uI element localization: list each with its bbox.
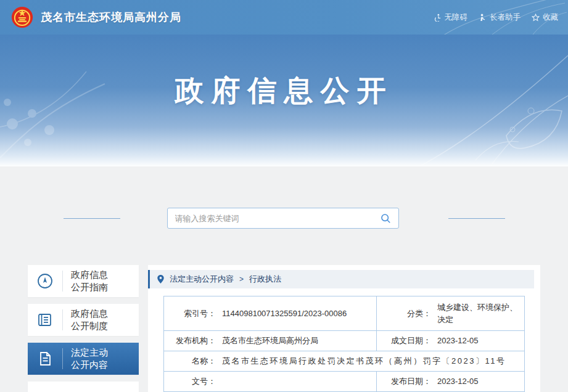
table-row-name: 名称： 茂名市生态环境局行政处罚决定书茂环（高州）罚字〔2023〕11号 — [164, 351, 524, 371]
breadcrumb-current: 行政执法 — [249, 274, 281, 285]
document-name-value: 茂名市生态环境局行政处罚决定书茂环（高州）罚字〔2023〕11号 — [222, 355, 511, 367]
page-banner: 政府信息公开 — [0, 35, 568, 166]
sidebar-label-line1: 政府信息 — [71, 308, 108, 320]
sidebar-divider — [62, 271, 63, 292]
sidebar-label-line1: 政府信息 — [71, 269, 108, 281]
index-number-cell: 索引号： 114409810071325591/2023-00086 — [164, 296, 376, 330]
decorative-line-left — [64, 218, 120, 219]
document-name-label: 名称： — [164, 356, 216, 367]
sidebar-label-line1: 法定主动 — [71, 346, 108, 359]
written-date-value: 2023-12-05 — [437, 335, 484, 347]
search-button[interactable] — [381, 213, 391, 224]
publish-date-cell: 发布日期： 2023-12-05 — [376, 372, 524, 391]
category-value: 城乡建设、环境保护、决定 — [437, 301, 524, 325]
document-icon — [28, 350, 62, 367]
table-row-docnumber-publishdate: 文号： 发布日期： 2023-12-05 — [164, 371, 524, 391]
decorative-line-right — [448, 218, 505, 219]
sidebar-label-line2: 公开指南 — [71, 281, 108, 293]
index-number-value: 114409810071325591/2023-00086 — [222, 308, 352, 320]
sidebar-divider — [62, 309, 63, 330]
document-name-cell: 名称： 茂名市生态环境局行政处罚决定书茂环（高州）罚字〔2023〕11号 — [164, 351, 524, 371]
top-header-bar: 茂名市生态环境局高州分局 无障碍 长者助手 — [0, 0, 568, 35]
search-input[interactable] — [175, 214, 381, 223]
sidebar-item-label: 法定主动 公开内容 — [71, 346, 108, 371]
sidebar-item-disclosure-guide[interactable]: 政府信息 公开指南 — [28, 265, 139, 297]
page: 茂名市生态环境局高州分局 无障碍 长者助手 — [0, 0, 568, 392]
sidebar-item-label: 政府信息 公开指南 — [71, 269, 108, 293]
category-label: 分类： — [377, 308, 431, 319]
table-row-agency-date: 发布机构： 茂名市生态环境局高州分局 成文日期： 2023-12-05 — [164, 330, 524, 351]
search-box — [167, 208, 399, 229]
breadcrumb-parent[interactable]: 法定主动公开内容 — [170, 274, 234, 285]
site-title: 茂名市生态环境局高州分局 — [41, 10, 181, 25]
index-number-label: 索引号： — [164, 308, 216, 319]
publishing-agency-label: 发布机构： — [164, 335, 216, 346]
sidebar-divider — [62, 348, 63, 369]
search-row — [0, 207, 568, 229]
national-emblem-logo — [11, 6, 33, 28]
publish-date-value: 2023-12-05 — [437, 375, 484, 388]
publishing-agency-value: 茂名市生态环境局高州分局 — [222, 335, 323, 347]
publishing-agency-cell: 发布机构： 茂名市生态环境局高州分局 — [164, 331, 376, 351]
sidebar-item-partial[interactable] — [28, 382, 139, 392]
search-icon — [381, 213, 391, 224]
sidebar-item-label: 政府信息 公开制度 — [71, 308, 108, 332]
banner-title: 政府信息公开 — [0, 71, 568, 110]
table-row-index-category: 索引号： 114409810071325591/2023-00086 分类： 城… — [164, 296, 524, 330]
sidebar-item-disclosure-system[interactable]: 政府信息 公开制度 — [28, 304, 139, 336]
document-number-cell: 文号： — [164, 372, 376, 391]
written-date-cell: 成文日期： 2023-12-05 — [376, 331, 524, 351]
book-icon — [28, 311, 62, 329]
location-pin-icon — [157, 275, 164, 284]
publish-date-label: 发布日期： — [377, 376, 431, 387]
compass-icon — [28, 272, 62, 290]
breadcrumb-separator: > — [239, 275, 244, 284]
sidebar-label-line2: 公开内容 — [71, 359, 108, 371]
category-cell: 分类： 城乡建设、环境保护、决定 — [376, 296, 524, 330]
document-detail-table: 索引号： 114409810071325591/2023-00086 分类： 城… — [163, 296, 525, 392]
sidebar: 政府信息 公开指南 政府信息 公开制度 — [28, 265, 139, 392]
sidebar-item-statutory-disclosure[interactable]: 法定主动 公开内容 — [28, 343, 139, 375]
header-decoration — [408, 0, 568, 35]
sidebar-label-line2: 公开制度 — [71, 320, 108, 332]
written-date-label: 成文日期： — [377, 335, 431, 346]
document-number-label: 文号： — [164, 376, 216, 387]
breadcrumb: 法定主动公开内容 > 行政执法 — [148, 270, 534, 288]
main-content-panel: 法定主动公开内容 > 行政执法 索引号： 114409810071325591/… — [148, 265, 540, 392]
